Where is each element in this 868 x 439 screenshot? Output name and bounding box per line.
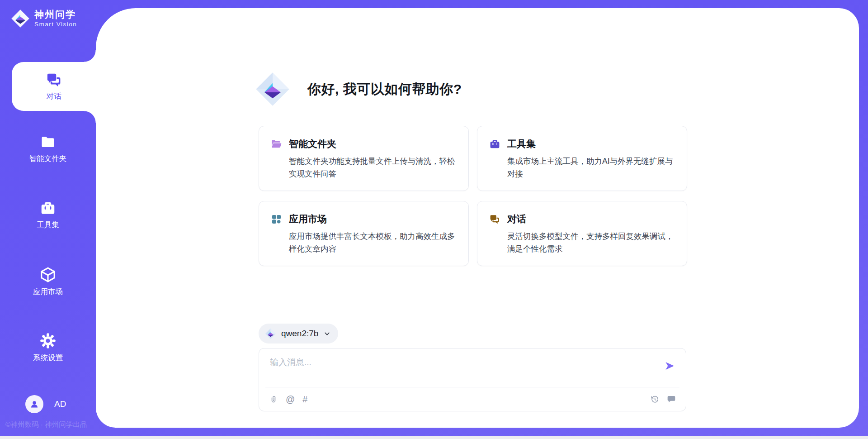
card-chat[interactable]: 对话 灵活切换多模型文件，支持多样回复效果调试，满足个性化需求: [477, 201, 687, 266]
sidebar-item-label: 对话: [47, 91, 61, 101]
sidebar-item-label: 智能文件夹: [29, 154, 67, 164]
chat-icon: [489, 214, 500, 225]
model-diamond-icon: [265, 328, 276, 339]
sidebar-item-toolset[interactable]: 工具集: [0, 200, 96, 230]
copyright-footer: ©神州数码 · 神州问学出品: [5, 420, 87, 429]
card-title: 智能文件夹: [289, 138, 336, 150]
brand-name: 神州问学: [34, 9, 77, 20]
topic-button[interactable]: #: [302, 395, 307, 404]
card-title: 应用市场: [289, 213, 327, 225]
chat-bubble-icon: [667, 395, 676, 404]
folder-open-icon: [271, 138, 282, 150]
history-button[interactable]: [650, 395, 660, 404]
composer-toolbar: @ #: [269, 387, 676, 411]
sidebar: 神州问学 Smart Vision 对话 智能文件夹 工具集: [0, 0, 96, 439]
model-selector[interactable]: qwen2:7b: [259, 324, 338, 344]
sidebar-item-label: 应用市场: [33, 287, 63, 297]
mention-button[interactable]: @: [286, 395, 295, 404]
send-button[interactable]: [665, 361, 675, 371]
user-profile[interactable]: AD: [25, 395, 66, 413]
sidebar-item-smart-folder[interactable]: 智能文件夹: [0, 134, 96, 164]
avatar: [25, 395, 43, 413]
main-content-surface: 你好, 我可以如何帮助你? 智能文件夹 智能文件夹功能支持批量文件上传与清洗，轻…: [96, 8, 859, 428]
sidebar-item-app-market[interactable]: 应用市场: [0, 266, 96, 297]
card-description: 灵活切换多模型文件，支持多样回复效果调试，满足个性化需求: [507, 230, 675, 255]
sidebar-item-settings[interactable]: 系统设置: [0, 332, 96, 363]
hero: 你好, 我可以如何帮助你?: [255, 72, 462, 107]
at-icon: @: [286, 395, 295, 404]
chevron-down-icon: [323, 330, 331, 338]
attach-file-button[interactable]: [269, 394, 278, 404]
card-description: 应用市场提供丰富长文本模板，助力高效生成多样化文章内容: [289, 230, 457, 255]
feature-cards: 智能文件夹 智能文件夹功能支持批量文件上传与清洗，轻松实现文件问答 工具集 集成…: [259, 126, 687, 266]
card-toolset[interactable]: 工具集 集成市场上主流工具，助力AI与外界无缝扩展与对接: [477, 126, 687, 191]
brand-subtitle: Smart Vision: [34, 21, 77, 28]
cube-icon: [39, 266, 57, 283]
card-description: 集成市场上主流工具，助力AI与外界无缝扩展与对接: [507, 155, 675, 180]
gear-icon: [39, 332, 57, 349]
chat-icon: [46, 72, 62, 88]
card-title: 对话: [507, 213, 526, 225]
greeting-title: 你好, 我可以如何帮助你?: [307, 80, 462, 99]
card-app-market[interactable]: 应用市场 应用市场提供丰富长文本模板，助力高效生成多样化文章内容: [259, 201, 469, 266]
message-input[interactable]: [269, 356, 653, 382]
card-title: 工具集: [507, 138, 536, 150]
brand-diamond-logo: [255, 72, 290, 107]
history-clock-icon: [650, 395, 660, 404]
briefcase-icon: [40, 200, 56, 216]
user-initials: AD: [54, 399, 66, 409]
brand-diamond-icon: [11, 9, 30, 28]
sidebar-item-label: 系统设置: [33, 353, 63, 363]
sidebar-item-label: 工具集: [37, 220, 59, 230]
folder-icon: [40, 134, 56, 150]
card-smart-folder[interactable]: 智能文件夹 智能文件夹功能支持批量文件上传与清洗，轻松实现文件问答: [259, 126, 469, 191]
send-icon: [665, 361, 675, 371]
grid-icon: [271, 214, 282, 225]
horizontal-scrollbar[interactable]: [0, 436, 868, 439]
paperclip-icon: [269, 394, 278, 404]
message-composer: @ #: [259, 348, 686, 411]
brand-logo: 神州问学 Smart Vision: [11, 9, 77, 28]
person-icon: [29, 399, 40, 410]
feedback-button[interactable]: [667, 395, 676, 404]
card-description: 智能文件夹功能支持批量文件上传与清洗，轻松实现文件问答: [289, 155, 457, 180]
sidebar-item-chat[interactable]: 对话: [12, 62, 96, 111]
hash-icon: #: [302, 395, 307, 404]
model-selector-label: qwen2:7b: [281, 329, 318, 339]
briefcase-icon: [489, 138, 500, 150]
